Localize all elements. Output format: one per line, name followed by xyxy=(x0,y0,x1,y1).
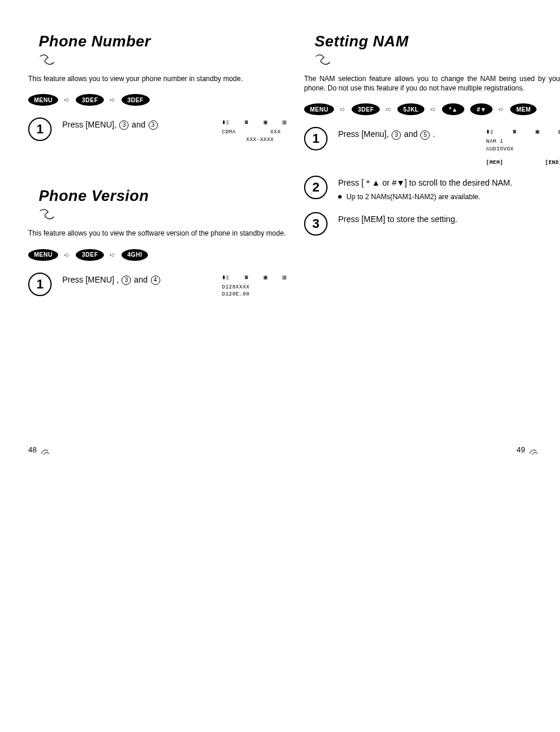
lcd-line: CDMA XXX xyxy=(222,129,286,136)
phone-number-desc: This feature allows you to view your pho… xyxy=(28,74,286,83)
step-text: Press [MENU] , 3 and 4 xyxy=(62,274,211,286)
heading-setting-nam: Setting NAM xyxy=(315,32,560,51)
battery-icon: ▥ xyxy=(282,119,286,127)
menu-key-icon: MENU xyxy=(28,94,58,106)
lcd-preview: ▮▯ ☎ ▣ ▥ NAM 1 AUDIOVOX [MEM] [END] xyxy=(486,128,560,166)
star-up-key-icon: *▲ xyxy=(442,103,464,115)
decorative-squiggle xyxy=(315,53,338,66)
signal-icon: ▮▯ xyxy=(486,128,494,136)
page-number-right: 49 xyxy=(517,445,539,456)
menu-key-icon: MENU xyxy=(28,249,58,261)
setting-nam-step-3: 3 Press [MEM] to store the setting. xyxy=(304,213,560,236)
msg-icon: ▣ xyxy=(264,119,268,127)
step-text-b: and xyxy=(131,275,150,284)
menu-key-icon: MENU xyxy=(304,103,334,115)
arrow-icon: ➪ xyxy=(64,96,70,104)
circled-digit-icon: 3 xyxy=(149,120,158,130)
msg-icon: ▣ xyxy=(264,274,268,282)
lcd-preview: ▮▯ ☎ ▣ ▥ D128XXXX D128E.00 xyxy=(222,274,286,298)
step-number-icon: 1 xyxy=(28,117,52,141)
lcd-preview: ▮▯ ☎ ▣ ▥ CDMA XXX XXX-XXXX xyxy=(222,119,286,143)
phone-icon: ☎ xyxy=(513,128,517,136)
step-number-icon: 3 xyxy=(304,212,328,236)
step-text-a: Press [MENU], xyxy=(62,120,119,129)
phone-icon: ☎ xyxy=(245,119,249,127)
setting-nam-keyrow: MENU ➪ 3DEF ➪ 5JKL ➪ *▲ #▼ ➪ MEM xyxy=(304,103,560,115)
phone-version-step-1: 1 Press [MENU] , 3 and 4 ▮▯ ☎ ▣ ▥ D128XX… xyxy=(28,274,286,298)
arrow-icon: ➪ xyxy=(386,105,392,113)
five-key-icon: 5JKL xyxy=(397,103,424,115)
setting-nam-step-2: 2 Press [＊▲ or #▼] to scroll to the desi… xyxy=(304,177,560,203)
setting-nam-desc: The NAM selection feature allows you to … xyxy=(304,74,560,93)
phone-number-keyrow: MENU ➪ 3DEF ➪ 3DEF xyxy=(28,94,286,106)
hash-down-key-icon: #▼ xyxy=(470,103,492,115)
arrow-icon: ➪ xyxy=(340,105,346,113)
phone-version-keyrow: MENU ➪ 3DEF ➪ 4GHI xyxy=(28,249,286,261)
page-number-left: 48 xyxy=(28,445,50,456)
four-key-icon: 4GHI xyxy=(122,249,148,261)
decorative-squiggle xyxy=(39,207,62,220)
phone-number-step-1: 1 Press [MENU], 3 and 3 ▮▯ ☎ ▣ ▥ CDMA XX… xyxy=(28,119,286,143)
signal-icon: ▮▯ xyxy=(222,274,230,282)
circled-digit-icon: 4 xyxy=(151,276,160,285)
arrow-icon: ➪ xyxy=(498,105,504,113)
step-text: Press [Menu], 3 and 5 . xyxy=(338,128,475,140)
arrow-icon: ➪ xyxy=(110,96,116,104)
circled-digit-icon: 3 xyxy=(122,276,131,285)
arrow-icon: ➪ xyxy=(430,105,436,113)
arrow-icon: ➪ xyxy=(110,251,116,259)
lcd-line: AUDIOVOX xyxy=(486,146,560,153)
lcd-softkey-right: [END] xyxy=(545,159,560,167)
step-text: Press [＊▲ or #▼] to scroll to the desire… xyxy=(338,177,560,189)
heading-phone-number: Phone Number xyxy=(39,32,286,51)
step-text-b: and xyxy=(402,129,420,139)
step-number-icon: 2 xyxy=(304,176,328,199)
step-number-icon: 1 xyxy=(304,127,328,150)
step-text: Press [MENU], 3 and 3 xyxy=(62,119,211,130)
lcd-line: D128XXXX xyxy=(222,284,286,291)
lcd-softkey-left: [MEM] xyxy=(486,159,504,167)
step-text-b: and xyxy=(129,120,147,129)
step-text-c: . xyxy=(430,129,435,139)
phone-version-desc: This feature allows you to view the soft… xyxy=(28,229,286,238)
phone-icon: ☎ xyxy=(245,274,249,282)
step-text: Press [MEM] to store the setting. xyxy=(338,213,560,225)
decorative-squiggle xyxy=(39,53,62,66)
three-key-icon: 3DEF xyxy=(122,94,150,106)
three-key-icon: 3DEF xyxy=(76,94,104,106)
circled-digit-icon: 5 xyxy=(420,130,430,140)
step-number-icon: 1 xyxy=(28,273,52,296)
msg-icon: ▣ xyxy=(535,128,539,136)
three-key-icon: 3DEF xyxy=(352,103,380,115)
step-note: Up to 2 NAMs(NAM1-NAM2) are available. xyxy=(338,192,560,202)
lcd-line: NAM 1 xyxy=(486,138,560,146)
lcd-line: XXX-XXXX xyxy=(222,136,286,144)
circled-digit-icon: 3 xyxy=(392,130,401,140)
setting-nam-step-1: 1 Press [Menu], 3 and 5 . ▮▯ ☎ ▣ ▥ NAM 1… xyxy=(304,128,560,166)
mem-key-icon: MEM xyxy=(510,103,537,115)
three-key-icon: 3DEF xyxy=(76,249,104,261)
heading-phone-version: Phone Version xyxy=(39,187,286,205)
circled-digit-icon: 3 xyxy=(119,120,129,130)
battery-icon: ▥ xyxy=(282,274,286,282)
arrow-icon: ➪ xyxy=(64,251,70,259)
step-text-a: Press [MENU] , xyxy=(62,275,121,284)
step-text-a: Press [Menu], xyxy=(338,129,391,139)
lcd-line: D128E.00 xyxy=(222,291,286,298)
signal-icon: ▮▯ xyxy=(222,119,230,127)
